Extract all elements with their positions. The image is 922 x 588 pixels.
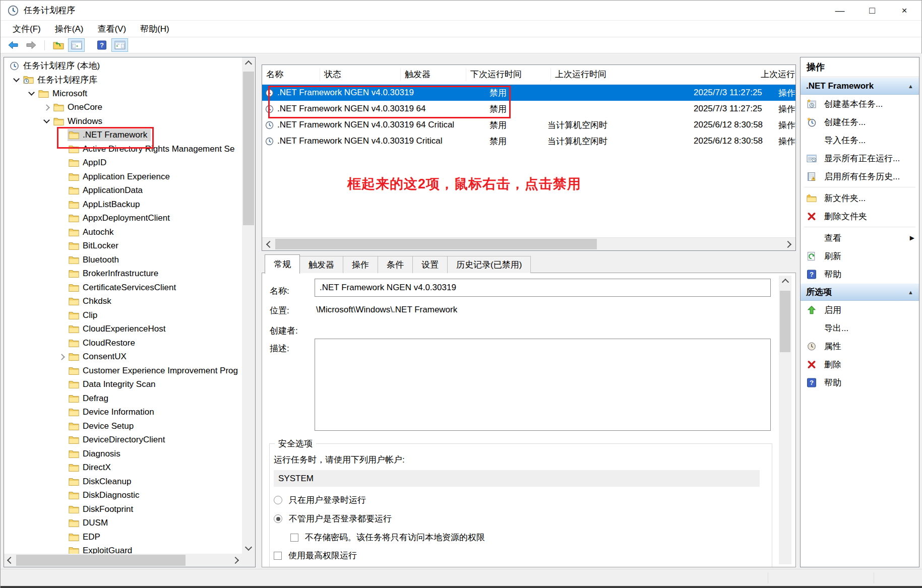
- column-header[interactable]: 状态: [320, 68, 401, 81]
- tab[interactable]: 触发器: [299, 256, 343, 273]
- tree-node[interactable]: CertificateServicesClient: [4, 281, 242, 295]
- tree-node[interactable]: OneCore: [4, 101, 242, 115]
- tree-node[interactable]: DUSM: [4, 516, 242, 531]
- action-item[interactable]: 导出...: [801, 319, 919, 337]
- tree-node[interactable]: BitLocker: [4, 239, 242, 253]
- radio-unchecked-icon[interactable]: [274, 496, 282, 504]
- tree-node[interactable]: Bluetooth: [4, 253, 242, 267]
- tree-node[interactable]: ExploitGuard: [4, 544, 242, 554]
- action-item[interactable]: 删除: [801, 355, 919, 373]
- tree-horizontal-scrollbar[interactable]: [4, 554, 242, 567]
- tab[interactable]: 条件: [378, 256, 413, 273]
- column-header[interactable]: 上次运行: [757, 68, 795, 81]
- selected-item-section-header[interactable]: 所选项: [801, 283, 919, 301]
- tree-node[interactable]: Windows: [4, 114, 242, 128]
- scrollbar-thumb[interactable]: [780, 291, 790, 352]
- column-header[interactable]: 名称: [262, 68, 320, 81]
- task-row[interactable]: .NET Framework NGEN v4.0.30319 64 Critic…: [262, 117, 795, 133]
- menu-item[interactable]: 查看(V): [90, 23, 133, 35]
- tree-node[interactable]: ApplicationData: [4, 184, 242, 198]
- tab[interactable]: 历史记录(已禁用): [447, 256, 531, 273]
- radio-checked-icon[interactable]: [274, 514, 282, 523]
- collapse-icon[interactable]: [908, 83, 913, 89]
- checkbox-unchecked-icon[interactable]: [290, 534, 298, 542]
- tab[interactable]: 设置: [412, 256, 448, 273]
- task-description-field[interactable]: [315, 339, 771, 431]
- tree-node[interactable]: DirectX: [4, 461, 242, 475]
- action-item[interactable]: 启用所有任务历史...: [801, 167, 919, 185]
- tree-node[interactable]: Customer Experience Improvement Prog: [4, 364, 242, 378]
- do-not-store-password-option[interactable]: 不存储密码。该任务将只有访问本地资源的权限: [290, 532, 485, 543]
- menu-item[interactable]: 帮助(H): [133, 23, 176, 35]
- action-item[interactable]: 刷新: [801, 247, 919, 265]
- scroll-down-arrow[interactable]: [779, 562, 792, 567]
- scroll-right-arrow[interactable]: [781, 238, 794, 250]
- scroll-left-arrow[interactable]: [263, 238, 276, 250]
- column-header[interactable]: 下次运行时间: [466, 68, 551, 81]
- scroll-down-arrow[interactable]: [242, 541, 255, 554]
- task-list-horizontal-scrollbar[interactable]: [262, 237, 795, 250]
- action-item[interactable]: 新文件夹...: [801, 189, 919, 207]
- action-item[interactable]: ? 帮助: [801, 373, 919, 391]
- user-account-field[interactable]: SYSTEM: [274, 470, 760, 487]
- tree-node[interactable]: EDP: [4, 530, 242, 544]
- collapse-icon[interactable]: [908, 289, 913, 295]
- action-item[interactable]: 查看: [801, 229, 919, 247]
- actions-section-header[interactable]: .NET Framework: [801, 77, 919, 95]
- tree-vertical-scrollbar[interactable]: [242, 57, 255, 554]
- expander-icon[interactable]: [25, 92, 37, 95]
- minimize-button[interactable]: —: [824, 1, 856, 21]
- action-item[interactable]: 创建任务...: [801, 113, 919, 131]
- expander-icon[interactable]: [40, 105, 52, 110]
- scroll-left-arrow[interactable]: [4, 554, 17, 567]
- run-whether-logged-on-option[interactable]: 不管用户是否登录都要运行: [274, 513, 392, 525]
- menu-item[interactable]: 文件(F): [6, 23, 48, 35]
- tree-node[interactable]: Application Experience: [4, 170, 242, 184]
- action-item[interactable]: 属性: [801, 337, 919, 355]
- toolbar-button[interactable]: [111, 38, 128, 52]
- tree-node[interactable]: Chkdsk: [4, 295, 242, 309]
- run-with-highest-privileges-option[interactable]: 使用最高权限运行: [274, 550, 357, 561]
- tree-node[interactable]: DiskCleanup: [4, 475, 242, 489]
- tree-node[interactable]: Device Setup: [4, 419, 242, 433]
- tree-node[interactable]: Data Integrity Scan: [4, 378, 242, 392]
- scroll-up-arrow[interactable]: [779, 276, 792, 289]
- scroll-up-arrow[interactable]: [242, 57, 255, 71]
- tree-node[interactable]: ConsentUX: [4, 350, 242, 364]
- action-item[interactable]: 显示所有正在运行...: [801, 149, 919, 167]
- toolbar-button[interactable]: [50, 38, 67, 52]
- tree-node[interactable]: 任务计划程序库: [4, 73, 242, 87]
- toolbar-button[interactable]: [5, 38, 21, 52]
- tree-node[interactable]: AppID: [4, 156, 242, 170]
- task-name-field[interactable]: .NET Framework NGEN v4.0.30319: [315, 279, 771, 297]
- action-item[interactable]: ? 帮助: [801, 265, 919, 283]
- tree-node[interactable]: Clip: [4, 308, 242, 322]
- tree-node[interactable]: CloudExperienceHost: [4, 322, 242, 337]
- scrollbar-thumb[interactable]: [275, 239, 597, 249]
- tree-node[interactable]: Device Information: [4, 406, 242, 420]
- scroll-right-arrow[interactable]: [229, 554, 242, 567]
- tree-node[interactable]: AppListBackup: [4, 198, 242, 212]
- action-item[interactable]: 创建基本任务...: [801, 95, 919, 113]
- tree-node[interactable]: 任务计划程序 (本地): [4, 59, 242, 73]
- detail-vertical-scrollbar[interactable]: [779, 276, 791, 564]
- tree-node[interactable]: AppxDeploymentClient: [4, 212, 242, 226]
- column-header[interactable]: 上次运行时间: [551, 68, 757, 81]
- task-row[interactable]: .NET Framework NGEN v4.0.30319 Critical …: [262, 133, 795, 149]
- tree-node[interactable]: BrokerInfrastructure: [4, 267, 242, 281]
- column-header[interactable]: 触发器: [401, 68, 466, 81]
- toolbar-button[interactable]: [23, 38, 39, 52]
- expander-icon[interactable]: [40, 120, 52, 122]
- expander-icon[interactable]: [55, 355, 68, 359]
- action-item[interactable]: 删除文件夹: [801, 207, 919, 225]
- run-when-logged-on-option[interactable]: 只在用户登录时运行: [274, 494, 366, 506]
- scrollbar-thumb[interactable]: [243, 72, 254, 225]
- tree-node[interactable]: Diagnosis: [4, 447, 242, 461]
- tree-node[interactable]: CloudRestore: [4, 336, 242, 350]
- maximize-button[interactable]: □: [856, 1, 888, 21]
- tab[interactable]: 常规: [265, 254, 300, 274]
- close-button[interactable]: ×: [888, 1, 920, 21]
- tree-node[interactable]: Microsoft: [4, 87, 242, 101]
- tree-node[interactable]: DiskFootprint: [4, 502, 242, 516]
- tree-node[interactable]: DiskDiagnostic: [4, 489, 242, 503]
